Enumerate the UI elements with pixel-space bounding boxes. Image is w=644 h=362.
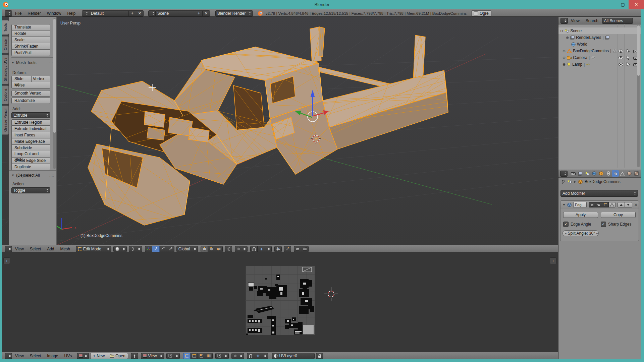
close-button[interactable]: ✕ — [629, 0, 644, 9]
scene-delete-button[interactable]: ✕ — [203, 10, 210, 16]
opengl-render-image-button[interactable] — [294, 246, 301, 252]
duplicate-button[interactable]: Duplicate — [11, 164, 50, 170]
edge-select-mode-button[interactable] — [208, 246, 215, 252]
viewport-shading-dropdown[interactable] — [113, 246, 127, 252]
tab-constraints[interactable] — [605, 170, 612, 177]
scene-icon-button[interactable] — [148, 10, 156, 16]
image-pin-button[interactable] — [131, 353, 138, 359]
mode-dropdown[interactable]: Edit Mode — [76, 246, 111, 252]
modifier-name-field[interactable]: Edg — [573, 202, 587, 208]
select-menu[interactable]: Select — [27, 247, 44, 251]
editor-type-properties-button[interactable] — [560, 171, 568, 177]
ogre-toggle-button[interactable]: Ogre — [471, 10, 491, 16]
manipulator-translate-button[interactable] — [152, 246, 160, 252]
extrude-region-button[interactable]: Extrude Region — [11, 119, 50, 126]
menu-file[interactable]: File — [12, 11, 24, 16]
tab-texture[interactable] — [633, 170, 640, 177]
modifier-viewport-toggle[interactable] — [595, 202, 602, 207]
uv-draw-type-dropdown[interactable] — [166, 353, 180, 359]
screen-layout-add-button[interactable]: + — [129, 10, 136, 16]
tab-render-layers[interactable] — [577, 170, 584, 177]
uv-snap-element-dropdown[interactable] — [254, 353, 268, 359]
uv-properties-expand-button[interactable]: + — [550, 257, 556, 264]
image-new-button[interactable]: + New — [90, 353, 107, 359]
modifier-apply-button[interactable]: Apply — [563, 212, 598, 218]
inset-faces-button[interactable]: Inset Faces — [11, 132, 50, 138]
screen-layout-icon-button[interactable] — [82, 10, 89, 16]
maximize-button[interactable]: ▢ — [617, 0, 629, 9]
tab-render[interactable] — [570, 170, 577, 177]
modifier-cage-toggle[interactable] — [609, 202, 615, 207]
modifier-copy-button[interactable]: Copy — [601, 212, 636, 218]
modifier-render-toggle[interactable] — [589, 202, 595, 207]
expand-icon[interactable]: ⊕ — [562, 62, 566, 67]
vertex-select-mode-button[interactable] — [201, 246, 208, 252]
extrude-dropdown[interactable]: Extrude — [11, 112, 50, 118]
face-select-mode-button[interactable] — [215, 246, 223, 252]
tab-object-data[interactable] — [619, 170, 626, 177]
expand-icon[interactable]: ⊕ — [566, 36, 569, 40]
outliner-row-boxdodgecummins[interactable]: ⊕ BoxDodgeCummins | — [558, 48, 641, 54]
editor-type-outliner-button[interactable] — [560, 18, 568, 24]
uv-display-dropdown[interactable]: View — [141, 353, 164, 359]
opengl-render-animation-button[interactable] — [301, 246, 309, 252]
tool-shelf-scrollbar[interactable] — [53, 18, 56, 169]
selectability-cursor-icon[interactable] — [627, 56, 630, 60]
outliner-row-world[interactable]: World — [558, 41, 641, 48]
split-angle-slider[interactable]: ◂ Split Angle: 30° ▸ — [562, 230, 599, 236]
action-dropdown[interactable]: Toggle — [11, 187, 50, 193]
add-modifier-dropdown[interactable]: Add Modifier — [560, 190, 638, 197]
manipulator-toggle-button[interactable] — [145, 246, 152, 252]
tab-scene[interactable] — [584, 170, 591, 177]
uv-texture-image[interactable] — [246, 266, 315, 335]
manipulator-scale-button[interactable] — [167, 246, 174, 252]
snap-grid-button[interactable] — [274, 246, 282, 252]
ogre-checkbox[interactable] — [474, 11, 478, 15]
tab-object[interactable] — [598, 170, 605, 177]
tab-options[interactable]: Options — [2, 85, 9, 104]
outliner-scrollbar[interactable] — [637, 25, 640, 167]
uv-layer-field[interactable]: UVLayer0 — [272, 353, 315, 359]
loop-cut-slide-button[interactable]: Loop Cut and Slide — [11, 151, 50, 158]
modifier-delete-button[interactable]: ✕ — [634, 202, 638, 207]
mesh-menu[interactable]: Mesh — [57, 247, 73, 251]
mesh-tools-panel-header[interactable]: ▼ Mesh Tools :::: — [11, 60, 54, 65]
uv-snap-toggle-button[interactable] — [247, 353, 254, 359]
scene-breadcrumb-icon[interactable] — [567, 180, 572, 184]
proportional-edit-dropdown[interactable] — [235, 246, 248, 252]
limit-selection-visible-button[interactable] — [225, 246, 232, 252]
slide-vertex-button[interactable]: Vertex — [31, 76, 50, 82]
manipulator-rotate-button[interactable] — [160, 246, 167, 252]
slide-edge-button[interactable]: Slide Ed — [11, 76, 31, 82]
snap-element-dropdown[interactable] — [258, 246, 272, 252]
add-menu[interactable]: Add — [44, 247, 57, 251]
modifier-editmode-toggle[interactable] — [602, 202, 609, 207]
slider-right-arrow-icon[interactable]: ▸ — [596, 232, 598, 235]
pin-icon[interactable] — [561, 180, 565, 184]
noise-button[interactable]: Noise — [11, 82, 50, 88]
slider-left-arrow-icon[interactable]: ◂ — [565, 232, 567, 235]
rotate-button[interactable]: Rotate — [11, 31, 50, 37]
uv-face-select-button[interactable] — [198, 353, 205, 359]
outliner-row-scene[interactable]: ⊖ Scene — [558, 27, 641, 34]
outliner-view-menu[interactable]: View — [568, 18, 583, 23]
shrink-fatten-button[interactable]: Shrink/Fatten — [11, 43, 50, 50]
tab-modifiers[interactable] — [612, 170, 619, 177]
randomize-button[interactable]: Randomize — [11, 98, 50, 104]
modifier-collapse-icon[interactable]: ▼ — [562, 203, 566, 206]
tab-material[interactable] — [626, 170, 633, 177]
object-breadcrumb-icon[interactable] — [578, 180, 583, 184]
outliner-row-lamp[interactable]: ⊕ Lamp | — [558, 61, 641, 68]
tab-shading-uvs[interactable]: Shading / UVs — [2, 55, 9, 84]
selectability-cursor-icon[interactable] — [627, 49, 630, 53]
transform-orientation-dropdown[interactable]: Global — [176, 246, 198, 252]
sharp-edges-checkbox[interactable]: ✓ — [601, 222, 606, 227]
uv-vertex-select-button[interactable] — [183, 353, 191, 359]
make-edge-face-button[interactable]: Make Edge/Face — [11, 138, 50, 145]
minimize-button[interactable]: – — [606, 0, 617, 9]
modifier-move-down-button[interactable] — [625, 202, 632, 207]
menu-window[interactable]: Window — [44, 11, 64, 16]
tab-create[interactable]: Create — [2, 36, 9, 53]
outliner-search-menu[interactable]: Search — [583, 18, 601, 23]
visibility-eye-icon[interactable] — [619, 63, 623, 66]
